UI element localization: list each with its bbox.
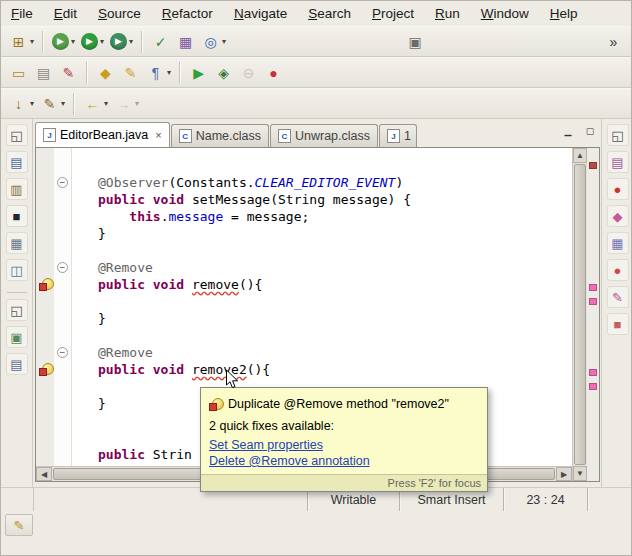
forward-button[interactable]: →▾: [111, 91, 142, 117]
code-line[interactable]: @Remove: [98, 344, 572, 361]
overview-marker-warning[interactable]: [589, 298, 597, 305]
jazz-view-button[interactable]: ■: [7, 206, 27, 226]
hierarchy-view-button[interactable]: ▥: [7, 179, 27, 199]
tab-1[interactable]: J1: [379, 124, 417, 147]
annotation-pen-button[interactable]: ✎: [56, 60, 81, 86]
quickfix-marker-icon[interactable]: [39, 363, 52, 376]
menu-file[interactable]: File: [11, 6, 33, 21]
debug-button[interactable]: ▶▾: [49, 29, 78, 55]
code-line[interactable]: public void setMessage(String message) {: [98, 191, 572, 208]
open-perspective-button[interactable]: ▣: [403, 29, 428, 55]
restore-bottom-views-button[interactable]: ◱: [7, 300, 27, 320]
web-browser-button[interactable]: ◎▾: [198, 29, 229, 55]
junit-button[interactable]: ✓: [148, 29, 173, 55]
fast-view-bookmark-button[interactable]: ◆: [608, 206, 628, 226]
fast-view-edit-button[interactable]: ✎: [608, 287, 628, 307]
fast-view-task-button[interactable]: ▦: [608, 233, 628, 253]
record-button[interactable]: ●: [261, 60, 286, 86]
dropdown-arrow-icon[interactable]: ▾: [135, 99, 139, 108]
vertical-scrollbar[interactable]: ▲ ▼: [572, 148, 587, 481]
vertical-scroll-thumb[interactable]: [574, 164, 586, 465]
scroll-right-button[interactable]: ▶: [556, 467, 572, 481]
fast-view-marker-button[interactable]: ■: [608, 314, 628, 334]
mark-occurrences-button[interactable]: ◆: [93, 60, 118, 86]
dropdown-arrow-icon[interactable]: ▾: [71, 37, 75, 46]
tab-close-icon[interactable]: ×: [155, 129, 161, 141]
import-button[interactable]: ↓▾: [6, 91, 37, 117]
marker-gutter[interactable]: [36, 148, 54, 466]
menu-search[interactable]: Search: [308, 6, 351, 21]
toolbar-overflow-button[interactable]: »: [601, 29, 626, 55]
show-whitespace-button[interactable]: ¶▾: [143, 60, 174, 86]
fast-view-annotation-button[interactable]: ▤: [608, 152, 628, 172]
fold-collapse-icon[interactable]: −: [57, 262, 68, 273]
menu-refactor[interactable]: Refactor: [162, 6, 213, 21]
menu-navigate[interactable]: Navigate: [234, 6, 287, 21]
console-view-button[interactable]: ▣: [7, 327, 27, 347]
restore-left-views-button[interactable]: ◱: [7, 125, 27, 145]
code-line[interactable]: [98, 293, 572, 310]
dropdown-arrow-icon[interactable]: ▾: [167, 68, 171, 77]
menu-window[interactable]: Window: [481, 6, 529, 21]
menu-project[interactable]: Project: [372, 6, 414, 21]
quickfix-link[interactable]: Delete @Remove annotation: [209, 454, 370, 468]
navigator-view-button[interactable]: ▦: [7, 233, 27, 253]
fold-gutter[interactable]: −−−: [54, 148, 72, 466]
dropdown-arrow-icon[interactable]: ▾: [30, 99, 34, 108]
code-line[interactable]: [98, 327, 572, 344]
quickfix-marker-icon[interactable]: [39, 278, 52, 291]
code-line[interactable]: @Remove: [98, 259, 572, 276]
stop-button[interactable]: ⊖: [236, 60, 261, 86]
export-button[interactable]: ✎▾: [37, 91, 68, 117]
dropdown-arrow-icon[interactable]: ▾: [30, 37, 34, 46]
dropdown-arrow-icon[interactable]: ▾: [129, 37, 133, 46]
tab-name-class[interactable]: CName.class: [171, 124, 269, 147]
outline-view-button[interactable]: ◫: [7, 260, 27, 280]
editor-minimize-button[interactable]: ▁: [561, 124, 575, 137]
scroll-left-button[interactable]: ◀: [36, 467, 52, 481]
code-line[interactable]: [98, 242, 572, 259]
menu-help[interactable]: Help: [550, 6, 578, 21]
tab-editorbean-java[interactable]: JEditorBean.java×: [35, 122, 170, 147]
dropdown-arrow-icon[interactable]: ▾: [61, 99, 65, 108]
code-line[interactable]: this.message = message;: [98, 208, 572, 225]
restore-right-views-button[interactable]: ◱: [608, 125, 628, 145]
run-button[interactable]: ▶▾: [78, 29, 107, 55]
new-wizard-button[interactable]: ⊞▾: [6, 29, 37, 55]
fast-view-breakpoint-button[interactable]: ●: [608, 260, 628, 280]
dropdown-arrow-icon[interactable]: ▾: [104, 99, 108, 108]
overview-marker-warning[interactable]: [589, 369, 597, 376]
run-last-button[interactable]: ▶: [186, 60, 211, 86]
tab-unwrap-class[interactable]: CUnwrap.class: [270, 124, 378, 147]
menu-source[interactable]: Source: [98, 6, 141, 21]
code-line[interactable]: @Observer(Constants.CLEAR_EDITOR_EVENT): [98, 174, 572, 191]
code-line[interactable]: }: [98, 310, 572, 327]
dropdown-arrow-icon[interactable]: ▾: [100, 37, 104, 46]
menu-edit[interactable]: Edit: [54, 6, 77, 21]
code-line[interactable]: public void remove2(){: [98, 361, 572, 378]
scroll-up-button[interactable]: ▲: [573, 148, 587, 163]
overview-marker-warning[interactable]: [589, 383, 597, 390]
fast-view-error-button[interactable]: ●: [608, 179, 628, 199]
menu-run[interactable]: Run: [435, 6, 460, 21]
print-button[interactable]: ▤: [31, 60, 56, 86]
plugin-button[interactable]: ▦: [173, 29, 198, 55]
coverage-button[interactable]: ◈: [211, 60, 236, 86]
overview-marker-error[interactable]: [589, 162, 597, 169]
dropdown-arrow-icon[interactable]: ▾: [222, 37, 226, 46]
fast-view-bar-button[interactable]: ✎: [5, 514, 33, 536]
fold-collapse-icon[interactable]: −: [57, 347, 68, 358]
package-explorer-view-button[interactable]: ▤: [7, 152, 27, 172]
code-line[interactable]: public void remove(){: [98, 276, 572, 293]
back-button[interactable]: ←▾: [80, 91, 111, 117]
editor-maximize-button[interactable]: ▢: [583, 124, 597, 137]
external-tools-button[interactable]: ▶▾: [107, 29, 136, 55]
highlighter-button[interactable]: ✎: [118, 60, 143, 86]
search-view-button[interactable]: ▤: [7, 354, 27, 374]
quickfix-link[interactable]: Set Seam properties: [209, 438, 323, 452]
overview-marker-warning[interactable]: [589, 284, 597, 291]
code-line[interactable]: }: [98, 225, 572, 242]
fold-collapse-icon[interactable]: −: [57, 177, 68, 188]
scroll-down-button[interactable]: ▼: [573, 466, 587, 481]
overview-ruler[interactable]: [587, 148, 599, 481]
